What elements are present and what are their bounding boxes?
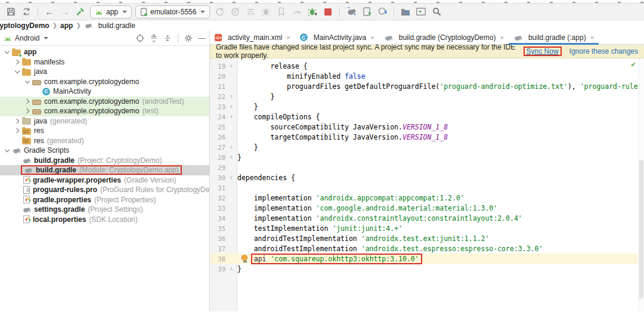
tree-expander-icon[interactable] bbox=[4, 48, 11, 55]
code-line-20[interactable]: 20 minifyEnabled false bbox=[210, 71, 638, 81]
fold-marker-icon[interactable]: ∧ bbox=[225, 94, 237, 99]
apply-changes-icon[interactable] bbox=[229, 6, 241, 18]
close-icon[interactable]: × bbox=[370, 34, 374, 41]
code-editor[interactable]: 19∨ release {20 minifyEnabled false21 pr… bbox=[210, 58, 644, 311]
tree-item-gradle-wrapper-properties[interactable]: gradle-wrapper.properties(Gradle Version… bbox=[0, 175, 209, 186]
build-hammer-icon[interactable] bbox=[75, 6, 86, 18]
tree-item-java[interactable]: java(generated) bbox=[0, 116, 209, 126]
line-number[interactable]: 30 bbox=[210, 174, 225, 181]
debug-icon[interactable] bbox=[260, 6, 272, 18]
breadcrumb-project[interactable]: CryptologyDemo bbox=[0, 21, 49, 30]
code-line-19[interactable]: 19∨ release { bbox=[210, 61, 638, 71]
save-icon[interactable] bbox=[5, 6, 17, 18]
code-line-29[interactable]: 29 bbox=[210, 162, 638, 172]
tree-expander-icon[interactable] bbox=[24, 107, 31, 115]
line-number[interactable]: 39 bbox=[210, 265, 225, 273]
code-line-25[interactable]: 25 sourceCompatibility JavaVersion.VERSI… bbox=[210, 122, 638, 132]
fold-marker-icon[interactable]: ∨ bbox=[225, 175, 237, 180]
tree-item-com-example-cryptologydemo[interactable]: com.example.cryptologydemo(androidTest) bbox=[0, 97, 209, 107]
profiler-icon[interactable] bbox=[291, 6, 303, 18]
line-number[interactable]: 21 bbox=[210, 83, 225, 90]
code-line-34[interactable]: 34 implementation 'androidx.constraintla… bbox=[210, 213, 638, 223]
hide-panel-icon[interactable]: — bbox=[198, 33, 206, 42]
editor-scrollbar[interactable] bbox=[639, 58, 644, 311]
tree-item-res[interactable]: res bbox=[0, 126, 209, 136]
fold-marker-icon[interactable]: ∧ bbox=[225, 266, 237, 271]
fold-marker-icon[interactable]: ∧ bbox=[225, 155, 237, 160]
line-number[interactable]: 38 bbox=[210, 255, 225, 262]
code-line-37[interactable]: 37 androidTestImplementation 'androidx.t… bbox=[210, 243, 638, 254]
code-line-38[interactable]: 38 api 'com.squareup.okhttp3:okhttp:3.10… bbox=[210, 254, 638, 264]
inspections-ok-icon[interactable]: ✔ bbox=[631, 60, 636, 69]
tree-item-res[interactable]: res(generated) bbox=[0, 136, 209, 146]
sync-gradle-icon[interactable] bbox=[345, 6, 357, 18]
line-number[interactable]: 32 bbox=[210, 194, 225, 202]
ignore-changes-link[interactable]: Ignore these changes bbox=[569, 47, 638, 55]
stop-icon[interactable] bbox=[322, 6, 334, 18]
breadcrumb-file[interactable]: build.gradle bbox=[98, 21, 135, 30]
code-line-39[interactable]: 39∧} bbox=[210, 264, 638, 274]
code-line-21[interactable]: 21 proguardFiles getDefaultProguardFile(… bbox=[210, 81, 638, 91]
back-arrow-icon[interactable]: ← bbox=[44, 6, 55, 18]
code-line-36[interactable]: 36 androidTestImplementation 'androidx.t… bbox=[210, 233, 638, 243]
tree-item-settings-gradle[interactable]: settings.gradle(Project Settings) bbox=[0, 205, 209, 215]
tree-item-com-example-cryptologydemo[interactable]: com.example.cryptologydemo bbox=[0, 77, 209, 87]
line-number[interactable]: 31 bbox=[210, 184, 225, 191]
tab-activity-main-xml[interactable]: </>activity_main.xml× bbox=[210, 30, 295, 44]
line-number[interactable]: 29 bbox=[210, 164, 225, 171]
tree-item-gradle-properties[interactable]: gradle.properties(Project Properties) bbox=[0, 195, 209, 205]
tree-item-build-gradle[interactable]: build.gradle(Project: CryptologyDemo) bbox=[0, 156, 209, 166]
tree-expander-icon[interactable] bbox=[4, 147, 11, 154]
sync-now-link[interactable]: Sync Now bbox=[527, 47, 559, 55]
fold-marker-icon[interactable]: ∨ bbox=[225, 63, 237, 69]
tree-item-com-example-cryptologydemo[interactable]: com.example.cryptologydemo(test) bbox=[0, 106, 209, 116]
breadcrumb-module[interactable]: app bbox=[60, 21, 73, 30]
tab-build-gradle-cryptologydemo-[interactable]: build.gradle (CryptologyDemo)× bbox=[379, 30, 509, 44]
tree-item-mainactivity[interactable]: CMainActivity bbox=[0, 87, 209, 97]
settings-gear-icon[interactable] bbox=[184, 34, 193, 42]
line-number[interactable]: 37 bbox=[210, 245, 225, 252]
coverage-icon[interactable] bbox=[275, 6, 287, 18]
search-icon[interactable] bbox=[431, 6, 442, 18]
forward-arrow-icon[interactable]: → bbox=[59, 6, 71, 18]
device-manager-icon[interactable] bbox=[361, 6, 373, 18]
code-line-22[interactable]: 22∧ } bbox=[210, 91, 638, 101]
tree-item-local-properties[interactable]: local.properties(SDK Location) bbox=[0, 215, 209, 225]
line-number[interactable]: 34 bbox=[210, 215, 225, 222]
fold-marker-icon[interactable]: ∧ bbox=[225, 104, 237, 109]
scrollbar-thumb[interactable] bbox=[639, 160, 643, 299]
line-number[interactable]: 36 bbox=[210, 235, 225, 242]
line-number[interactable]: 25 bbox=[210, 123, 225, 131]
tree-item-build-gradle[interactable]: build.gradle(Module: CryptologyDemo.app) bbox=[0, 165, 209, 175]
line-number[interactable]: 20 bbox=[210, 73, 225, 80]
tree-expander-icon[interactable] bbox=[24, 78, 31, 85]
fold-marker-icon[interactable]: ∨ bbox=[225, 114, 237, 119]
line-number[interactable]: 22 bbox=[210, 93, 225, 100]
tree-item-app[interactable]: app bbox=[0, 47, 209, 57]
tree-expander-icon[interactable] bbox=[24, 98, 31, 105]
tab-build-gradle-app-[interactable]: build.gradle (:app)× bbox=[509, 30, 599, 44]
sdk-manager-icon[interactable] bbox=[376, 6, 388, 18]
code-line-35[interactable]: 35 testImplementation 'junit:junit:4.+' bbox=[210, 223, 638, 233]
tree-item-proguard-rules-pro[interactable]: proguard-rules.pro(ProGuard Rules for Cr… bbox=[0, 185, 209, 195]
locate-file-icon[interactable] bbox=[136, 34, 144, 42]
line-number[interactable]: 23 bbox=[210, 103, 225, 110]
tree-item-manifests[interactable]: manifests bbox=[0, 57, 209, 67]
tree-expander-icon[interactable] bbox=[14, 118, 21, 125]
intention-bulb-icon[interactable] bbox=[242, 255, 248, 262]
code-line-26[interactable]: 26 targetCompatibility JavaVersion.VERSI… bbox=[210, 132, 638, 142]
sync-icon[interactable] bbox=[20, 6, 32, 18]
fold-marker-icon[interactable]: ∧ bbox=[225, 144, 237, 150]
attach-debugger-icon[interactable] bbox=[306, 6, 318, 18]
tree-expander-icon[interactable] bbox=[14, 68, 21, 75]
tree-item-java[interactable]: java bbox=[0, 67, 209, 77]
tab-mainactivity-java[interactable]: CMainActivity.java× bbox=[295, 30, 379, 44]
expand-all-icon[interactable] bbox=[150, 34, 158, 42]
close-icon[interactable]: × bbox=[590, 34, 594, 41]
line-number[interactable]: 19 bbox=[210, 63, 225, 70]
line-number[interactable]: 28 bbox=[210, 154, 225, 161]
tree-expander-icon[interactable] bbox=[14, 127, 21, 134]
code-line-32[interactable]: 32 implementation 'androidx.appcompat:ap… bbox=[210, 193, 638, 203]
close-icon[interactable]: × bbox=[500, 34, 503, 41]
close-icon[interactable]: × bbox=[286, 34, 290, 41]
